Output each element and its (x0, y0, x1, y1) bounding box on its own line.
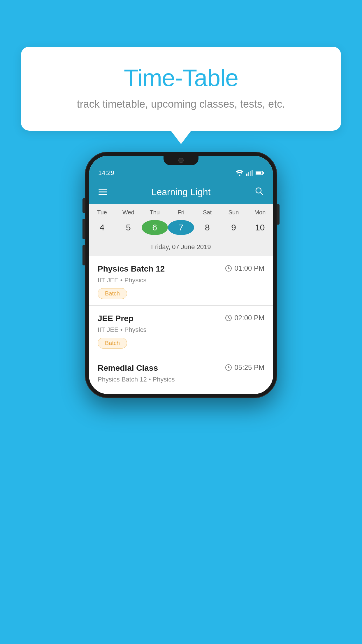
clock-icon-2 (225, 314, 232, 321)
class-item-header-3: Remedial Class 05:25 PM (98, 363, 264, 373)
speech-bubble-title: Time-Table (38, 64, 324, 92)
svg-rect-10 (99, 194, 107, 195)
status-icons (236, 170, 264, 176)
phone-mockup: 14:29 (22, 152, 340, 398)
day-header-sat: Sat (194, 209, 220, 216)
clock-icon-1 (225, 265, 232, 272)
day-header-mon: Mon (247, 209, 273, 216)
camera-icon (178, 158, 184, 163)
signal-icon (246, 170, 253, 176)
class-time-1: 01:00 PM (225, 264, 264, 272)
status-time: 14:29 (98, 169, 114, 177)
menu-icon[interactable] (97, 187, 109, 197)
day-10[interactable]: 10 (247, 220, 273, 235)
svg-rect-8 (99, 189, 107, 190)
svg-point-11 (256, 188, 261, 193)
speech-bubble-subtitle: track timetable, upcoming classes, tests… (38, 98, 324, 110)
vol-down-button (82, 245, 85, 265)
power-button (277, 204, 280, 225)
svg-rect-3 (250, 171, 251, 176)
phone-screen: 14:29 (89, 156, 273, 394)
svg-rect-7 (263, 172, 264, 174)
day-header-sun: Sun (220, 209, 247, 216)
class-item-header-1: Physics Batch 12 01:00 PM (98, 264, 264, 274)
class-time-3: 05:25 PM (225, 363, 264, 372)
svg-rect-1 (246, 174, 247, 176)
class-name-2: JEE Prep (98, 314, 133, 323)
class-time-text-2: 02:00 PM (234, 314, 264, 322)
class-item-2[interactable]: JEE Prep 02:00 PM IIT JEE • Physics Batc… (89, 306, 273, 355)
silent-button (82, 198, 85, 213)
svg-rect-6 (256, 172, 261, 174)
class-time-text-1: 01:00 PM (234, 264, 264, 272)
batch-tag-1: Batch (98, 288, 127, 299)
day-header-tue: Tue (89, 209, 115, 216)
phone-outer: 14:29 (85, 152, 277, 398)
svg-rect-9 (99, 191, 107, 192)
svg-point-0 (239, 175, 240, 176)
app-bar-title: Learning Light (109, 187, 253, 197)
speech-bubble: Time-Table track timetable, upcoming cla… (21, 47, 341, 131)
class-time-text-3: 05:25 PM (234, 363, 264, 372)
svg-rect-4 (252, 170, 253, 176)
app-bar: Learning Light (89, 180, 273, 204)
class-time-2: 02:00 PM (225, 314, 264, 322)
day-6-today[interactable]: 6 (142, 220, 168, 235)
class-name-3: Remedial Class (98, 363, 158, 373)
phone-notch (164, 156, 198, 165)
day-header-thu: Thu (142, 209, 168, 216)
day-4[interactable]: 4 (89, 220, 115, 235)
class-meta-3: Physics Batch 12 • Physics (98, 376, 264, 383)
day-numbers: 4 5 6 7 8 9 10 (89, 218, 273, 240)
class-item-header-2: JEE Prep 02:00 PM (98, 314, 264, 323)
svg-line-12 (261, 192, 263, 195)
wifi-icon (236, 170, 243, 176)
day-7-selected[interactable]: 7 (168, 220, 194, 235)
class-item-3[interactable]: Remedial Class 05:25 PM Physics Batch 12… (89, 355, 273, 394)
calendar-section: Tue Wed Thu Fri Sat Sun Mon 4 5 6 7 8 9 … (89, 204, 273, 256)
class-name-1: Physics Batch 12 (98, 264, 165, 274)
class-list: Physics Batch 12 01:00 PM IIT JEE • Phys… (89, 256, 273, 394)
day-header-fri: Fri (168, 209, 194, 216)
class-item-1[interactable]: Physics Batch 12 01:00 PM IIT JEE • Phys… (89, 256, 273, 306)
vol-up-button (82, 219, 85, 239)
svg-rect-2 (248, 172, 249, 176)
class-meta-1: IIT JEE • Physics (98, 276, 264, 284)
class-meta-2: IIT JEE • Physics (98, 326, 264, 334)
batch-tag-2: Batch (98, 338, 127, 349)
day-headers: Tue Wed Thu Fri Sat Sun Mon (89, 204, 273, 218)
clock-icon-3 (225, 364, 232, 371)
day-9[interactable]: 9 (220, 220, 247, 235)
search-icon[interactable] (253, 187, 265, 197)
battery-icon (256, 171, 264, 175)
selected-date-label: Friday, 07 June 2019 (89, 240, 273, 256)
day-header-wed: Wed (115, 209, 141, 216)
day-8[interactable]: 8 (194, 220, 220, 235)
day-5[interactable]: 5 (115, 220, 141, 235)
